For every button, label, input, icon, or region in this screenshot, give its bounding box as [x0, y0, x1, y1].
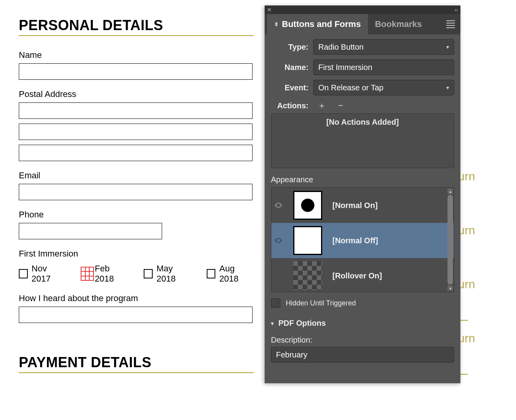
label-name: Name [19, 50, 254, 60]
radio-box-icon [207, 269, 216, 278]
type-label: Type: [271, 43, 309, 52]
chevron-down-icon: ▾ [446, 84, 449, 91]
phone-field[interactable] [19, 223, 162, 239]
panel-titlebar[interactable]: ✕ ‹‹ [265, 5, 460, 14]
label-phone: Phone [19, 210, 254, 220]
appearance-label: Appearance [271, 175, 454, 184]
radio-box-icon [19, 269, 28, 278]
state-thumbnail-off [293, 226, 322, 255]
event-dropdown[interactable]: On Release or Tap ▾ [313, 80, 454, 95]
remove-action-button[interactable]: − [335, 100, 346, 111]
actions-list[interactable]: [No Actions Added] [271, 113, 454, 168]
states-scrollbar[interactable]: ▴ ▾ [447, 188, 453, 291]
collapse-icon[interactable]: ‹‹ [455, 7, 458, 13]
description-input[interactable]: February [271, 347, 454, 363]
radio-nov-2017[interactable]: Nov 2017 [19, 264, 66, 284]
visibility-icon[interactable] [274, 237, 283, 244]
actions-empty-text: [No Actions Added] [326, 118, 399, 127]
radio-label: Nov 2017 [32, 264, 66, 284]
label-email: Email [19, 171, 254, 181]
actions-label: Actions: [271, 101, 309, 110]
dropdown-value: On Release or Tap [318, 83, 383, 92]
scroll-up-icon[interactable]: ▴ [447, 188, 453, 194]
section-heading-personal: PERSONAL DETAILS [19, 17, 254, 36]
buttons-and-forms-panel: ✕ ‹‹ ⬍ Buttons and Forms Bookmarks Type:… [265, 5, 460, 383]
radio-label: May 2018 [157, 264, 192, 284]
radio-label: Feb 2018 [95, 264, 129, 284]
email-field[interactable] [19, 184, 253, 200]
state-label: [Normal Off] [332, 236, 378, 245]
close-icon[interactable]: ✕ [267, 7, 272, 13]
label-postal: Postal Address [19, 89, 254, 99]
type-dropdown[interactable]: Radio Button ▾ [313, 39, 454, 55]
hidden-until-triggered-row[interactable]: Hidden Until Triggered [271, 298, 454, 308]
state-normal-off[interactable]: [Normal Off] [271, 223, 454, 258]
description-value: February [276, 350, 307, 359]
appearance-states-list: [Normal On] [Normal Off] [Rollover On] ▴… [271, 187, 454, 292]
name-label: Name: [271, 63, 309, 72]
state-thumbnail-empty [293, 261, 322, 290]
background-text: urn [458, 224, 474, 237]
name-input-inner[interactable] [318, 63, 449, 72]
state-normal-on[interactable]: [Normal On] [271, 188, 454, 223]
radio-may-2018[interactable]: May 2018 [144, 264, 192, 284]
state-rollover-on[interactable]: [Rollover On] [271, 258, 454, 292]
immersion-radio-group: Nov 2017 Feb 2018 May 2018 Aug 2018 [19, 264, 254, 284]
state-label: [Normal On] [332, 201, 378, 210]
radio-label: Aug 2018 [219, 264, 254, 284]
section-label: PDF Options [278, 319, 326, 328]
name-field[interactable] [19, 63, 253, 80]
tab-label: Buttons and Forms [282, 19, 361, 29]
tab-bookmarks[interactable]: Bookmarks [368, 14, 429, 34]
checkbox-icon[interactable] [271, 298, 280, 308]
name-input[interactable] [313, 59, 454, 75]
state-label: [Rollover On] [332, 271, 382, 280]
scroll-thumb[interactable] [447, 195, 453, 285]
checkbox-label: Hidden Until Triggered [286, 299, 356, 307]
tab-buttons-and-forms[interactable]: ⬍ Buttons and Forms [267, 14, 368, 34]
postal-field-2[interactable] [19, 124, 253, 140]
postal-field-1[interactable] [19, 102, 253, 119]
event-label: Event: [271, 83, 309, 92]
radio-box-icon [144, 269, 153, 278]
state-thumbnail-on [293, 191, 322, 220]
label-heard: How I heard about the program [19, 293, 254, 303]
panel-tabs: ⬍ Buttons and Forms Bookmarks [265, 14, 460, 34]
panel-menu-icon[interactable] [445, 19, 456, 30]
background-text: urn [458, 332, 474, 345]
tab-expand-icon: ⬍ [274, 21, 279, 27]
visibility-icon[interactable] [274, 202, 283, 208]
pdf-options-toggle[interactable]: ▾ PDF Options [271, 319, 454, 328]
dropdown-value: Radio Button [318, 43, 364, 52]
chevron-down-icon: ▾ [271, 320, 274, 327]
add-action-button[interactable]: ＋ [316, 100, 327, 111]
label-immersion: First Immersion [19, 249, 254, 259]
radio-box-selected-icon [81, 267, 94, 281]
heard-field[interactable] [19, 307, 253, 323]
section-heading-payment: PAYMENT DETAILS [19, 354, 254, 373]
radio-feb-2018[interactable]: Feb 2018 [81, 264, 129, 284]
background-text: urn [458, 278, 474, 291]
chevron-down-icon: ▾ [446, 44, 449, 50]
form-document: PERSONAL DETAILS Name Postal Address Ema… [19, 17, 254, 387]
postal-field-3[interactable] [19, 145, 253, 161]
background-text: urn [458, 170, 474, 183]
scroll-down-icon[interactable]: ▾ [447, 285, 453, 291]
tab-label: Bookmarks [375, 19, 422, 29]
description-label: Description: [271, 336, 454, 345]
radio-aug-2018[interactable]: Aug 2018 [207, 264, 254, 284]
